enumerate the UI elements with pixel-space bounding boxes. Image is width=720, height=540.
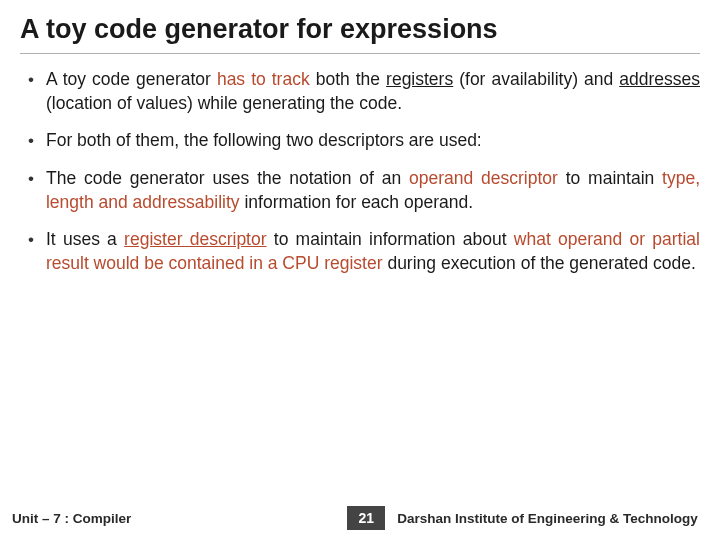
- bullet-item: • A toy code generator has to track both…: [20, 68, 700, 115]
- bullet-icon: •: [28, 68, 34, 92]
- bullet-item: • It uses a register descriptor to maint…: [20, 228, 700, 275]
- bullet-item: • The code generator uses the notation o…: [20, 167, 700, 214]
- page-number: 21: [347, 506, 385, 530]
- footer-unit: Unit – 7 : Compiler: [12, 511, 131, 526]
- bullet-icon: •: [28, 129, 34, 153]
- bullet-text: A toy code generator has to track both t…: [46, 68, 700, 115]
- bullet-icon: •: [28, 228, 34, 252]
- footer-institute: Darshan Institute of Engineering & Techn…: [397, 511, 710, 526]
- slide: A toy code generator for expressions • A…: [0, 0, 720, 540]
- bullet-text: For both of them, the following two desc…: [46, 129, 482, 153]
- bullet-text: The code generator uses the notation of …: [46, 167, 700, 214]
- slide-footer: Unit – 7 : Compiler 21 Darshan Institute…: [0, 506, 720, 530]
- bullet-icon: •: [28, 167, 34, 191]
- slide-content: • A toy code generator has to track both…: [20, 68, 700, 540]
- bullet-item: • For both of them, the following two de…: [20, 129, 700, 153]
- bullet-text: It uses a register descriptor to maintai…: [46, 228, 700, 275]
- slide-title: A toy code generator for expressions: [20, 14, 700, 54]
